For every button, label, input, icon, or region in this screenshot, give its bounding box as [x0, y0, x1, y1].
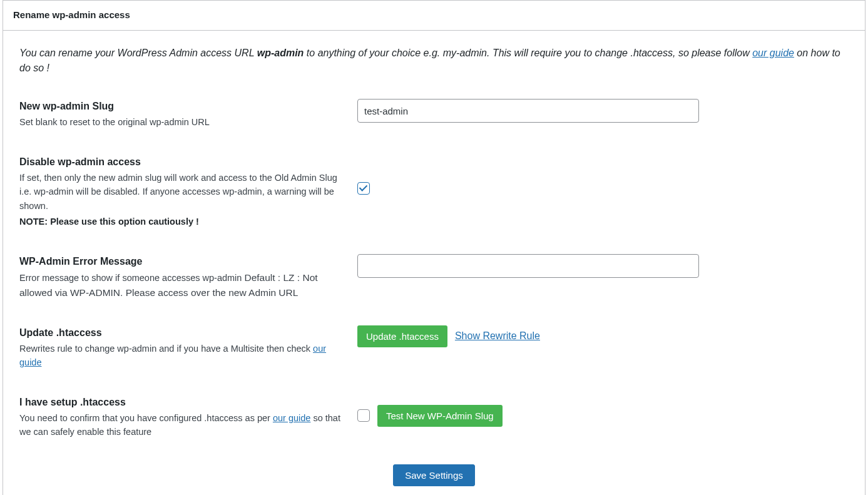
- intro-bold: wp-admin: [257, 48, 304, 58]
- disable-note: NOTE: Please use this option cautiously …: [19, 215, 345, 229]
- errmsg-desc-prefix: Error message to show if someone accesse…: [19, 273, 244, 283]
- row-confirm: I have setup .htaccess You need to confi…: [19, 395, 849, 439]
- slug-input[interactable]: [357, 99, 699, 123]
- confirm-label: I have setup .htaccess: [19, 395, 345, 410]
- confirm-desc-prefix: You need to confirm that you have config…: [19, 413, 273, 423]
- intro-text: You can rename your WordPress Admin acce…: [19, 46, 849, 77]
- slug-desc: Set blank to reset to the original wp-ad…: [19, 115, 345, 129]
- disable-desc: If set, then only the new admin slug wil…: [19, 171, 345, 213]
- intro-guide-link[interactable]: our guide: [752, 48, 794, 58]
- disable-label: Disable wp-admin access: [19, 155, 345, 170]
- save-row: Save Settings: [19, 464, 849, 486]
- update-htaccess-button[interactable]: Update .htaccess: [357, 325, 447, 347]
- show-rewrite-rule-link[interactable]: Show Rewrite Rule: [455, 329, 540, 344]
- row-slug: New wp-admin Slug Set blank to reset to …: [19, 99, 849, 129]
- errmsg-label: WP-Admin Error Message: [19, 254, 345, 269]
- htaccess-label: Update .htaccess: [19, 325, 345, 340]
- confirm-checkbox[interactable]: [357, 409, 370, 422]
- htaccess-desc-prefix: Rewrites rule to change wp-admin and if …: [19, 344, 313, 354]
- slug-label: New wp-admin Slug: [19, 99, 345, 114]
- errmsg-input[interactable]: [357, 254, 699, 278]
- row-disable: Disable wp-admin access If set, then onl…: [19, 155, 849, 229]
- confirm-desc: You need to confirm that you have config…: [19, 411, 345, 439]
- test-slug-button[interactable]: Test New WP-Admin Slug: [377, 405, 503, 427]
- intro-mid: to anything of your choice e.g. my-admin…: [304, 48, 752, 58]
- panel-title: Rename wp-admin access: [3, 1, 865, 31]
- disable-checkbox[interactable]: [357, 182, 370, 195]
- row-htaccess: Update .htaccess Rewrites rule to change…: [19, 325, 849, 370]
- save-settings-button[interactable]: Save Settings: [393, 464, 475, 486]
- confirm-guide-link[interactable]: our guide: [273, 413, 310, 423]
- row-errmsg: WP-Admin Error Message Error message to …: [19, 254, 849, 300]
- intro-prefix: You can rename your WordPress Admin acce…: [19, 48, 257, 58]
- rename-wp-admin-panel: Rename wp-admin access You can rename yo…: [3, 0, 865, 495]
- panel-body: You can rename your WordPress Admin acce…: [3, 31, 865, 496]
- errmsg-desc: Error message to show if someone accesse…: [19, 270, 345, 300]
- htaccess-desc: Rewrites rule to change wp-admin and if …: [19, 342, 345, 370]
